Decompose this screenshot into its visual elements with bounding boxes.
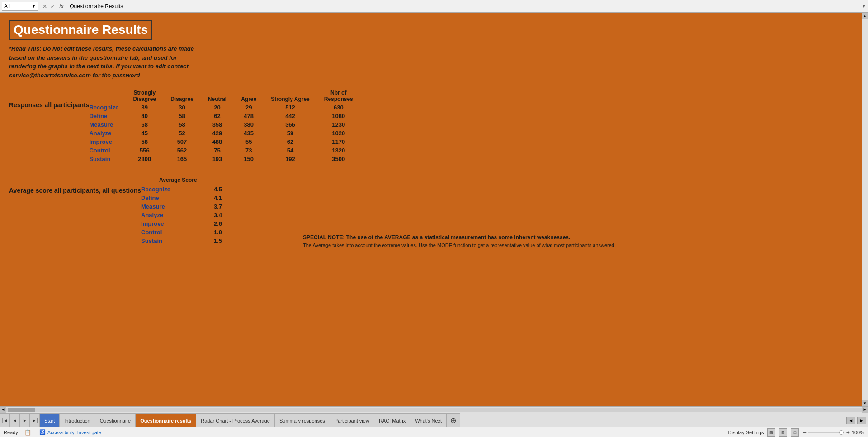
view-pagebreak-btn[interactable]: ⊟ <box>779 428 787 437</box>
hscroll-track[interactable] <box>6 408 862 412</box>
avg-row-label-1: Define <box>141 194 195 202</box>
tab-introduction[interactable]: Introduction <box>60 413 95 427</box>
responses-cell-4-3: 55 <box>234 138 264 146</box>
tab-nav-next[interactable]: ► <box>20 413 30 427</box>
responses-cell-3-2: 429 <box>201 129 234 138</box>
responses-cell-3-4: 59 <box>264 129 317 138</box>
tabs-bar: |◄ ◄ ► ►| StartIntroductionQuestionnaire… <box>0 413 868 427</box>
fx-label: fx <box>59 3 64 10</box>
responses-cell-0-3: 29 <box>234 103 264 112</box>
responses-cell-0-1: 30 <box>163 103 201 112</box>
responses-row-2: Measure68583583803661230 <box>89 120 360 129</box>
responses-cell-2-5: 1230 <box>317 120 360 129</box>
responses-table: StronglyDisagree Disagree Neutral Agree … <box>89 89 360 163</box>
tab-scroll-right[interactable]: ► <box>857 417 866 424</box>
formula-bar-icons: ✕ ✓ <box>42 3 56 10</box>
responses-cell-1-3: 478 <box>234 112 264 120</box>
responses-cell-6-1: 165 <box>163 155 201 163</box>
responses-cell-6-3: 150 <box>234 155 264 163</box>
responses-section-label: Responses all participants <box>9 101 89 109</box>
responses-cell-3-0: 45 <box>126 129 163 138</box>
tab-questionnaire-results[interactable]: Questionnaire results <box>136 413 196 427</box>
responses-row-label-4: Improve <box>89 138 126 146</box>
cell-ref-dropdown-icon[interactable]: ▼ <box>32 4 36 9</box>
orange-area: Questionnaire Results *Read This: Do Not… <box>0 13 862 406</box>
new-sheet-btn[interactable]: ⊕ <box>447 413 460 427</box>
right-scrollbar[interactable]: ▲ ▼ <box>862 13 868 406</box>
tab-nav-first[interactable]: |◄ <box>0 413 10 427</box>
zoom-slider[interactable] <box>808 432 844 433</box>
responses-cell-2-2: 358 <box>201 120 234 129</box>
avg-row-score-0: 4.5 <box>195 185 241 194</box>
special-note-title: SPECIAL NOTE: The use of the AVERAGE as … <box>303 234 616 241</box>
responses-cell-5-3: 73 <box>234 146 264 155</box>
tab-nav-last[interactable]: ►| <box>30 413 40 427</box>
responses-cell-3-5: 1020 <box>317 129 360 138</box>
hscroll-left-btn[interactable]: ◄ <box>0 407 6 413</box>
tab-whats-next[interactable]: What's Next <box>410 413 447 427</box>
responses-cell-3-3: 435 <box>234 129 264 138</box>
responses-cell-1-4: 442 <box>264 112 317 120</box>
responses-cell-3-1: 52 <box>163 129 201 138</box>
cell-mode-icon: 📋 <box>24 429 31 436</box>
responses-cell-0-5: 630 <box>317 103 360 112</box>
tab-questionnaire[interactable]: Questionnaire <box>95 413 136 427</box>
horizontal-scrollbar[interactable]: ◄ ► <box>0 406 868 413</box>
col-header-nbr-responses: Nbr ofResponses <box>317 89 360 103</box>
responses-row-6: Sustain28001651931501923500 <box>89 155 360 163</box>
cancel-icon[interactable]: ✕ <box>42 3 47 10</box>
view-normal-btn[interactable]: ⊞ <box>767 428 775 437</box>
avg-row-3: Analyze3.4 <box>141 211 241 219</box>
responses-cell-2-3: 380 <box>234 120 264 129</box>
responses-row-0: Recognize39302029512630 <box>89 103 360 112</box>
responses-cell-1-1: 58 <box>163 112 201 120</box>
col-header-agree: Agree <box>234 89 264 103</box>
responses-cell-1-0: 40 <box>126 112 163 120</box>
scroll-down-btn[interactable]: ▼ <box>862 400 868 406</box>
responses-cell-5-5: 1320 <box>317 146 360 155</box>
responses-row-label-3: Analyze <box>89 129 126 138</box>
cell-reference-box[interactable]: A1 ▼ <box>2 2 38 11</box>
responses-cell-0-0: 39 <box>126 103 163 112</box>
tab-start[interactable]: Start <box>40 413 60 427</box>
avg-row-score-4: 2.6 <box>195 219 241 228</box>
responses-cell-1-2: 62 <box>201 112 234 120</box>
responses-cell-6-2: 193 <box>201 155 234 163</box>
avg-row-score-2: 3.7 <box>195 202 241 211</box>
ready-status: Ready <box>4 430 18 435</box>
display-settings[interactable]: Display Settings <box>728 430 764 435</box>
avg-col-header: Average Score <box>159 177 241 183</box>
accessibility-text[interactable]: Accessibility: Investigate <box>47 430 101 435</box>
tab-summary-responses[interactable]: Summary responses <box>275 413 330 427</box>
formula-bar-content[interactable]: Questionnaire Results <box>68 2 860 10</box>
tab-raci-matrix[interactable]: RACI Matrix <box>374 413 410 427</box>
view-page-layout-btn[interactable]: □ <box>791 428 799 437</box>
tab-radar-chart---process-average[interactable]: Radar Chart - Process Average <box>196 413 275 427</box>
responses-cell-1-5: 1080 <box>317 112 360 120</box>
special-note: SPECIAL NOTE: The use of the AVERAGE as … <box>303 234 616 248</box>
tab-scroll-left[interactable]: ◄ <box>846 417 855 424</box>
col-header-strongly-disagree: StronglyDisagree <box>126 89 163 103</box>
col-header-disagree: Disagree <box>163 89 201 103</box>
responses-row-1: Define4058624784421080 <box>89 112 360 120</box>
zoom-in-btn[interactable]: + <box>846 429 850 436</box>
main-title: Questionnaire Results <box>9 20 152 40</box>
warning-text: *Read This: Do Not edit these results, t… <box>9 44 199 80</box>
confirm-icon[interactable]: ✓ <box>50 3 56 10</box>
responses-cell-2-0: 68 <box>126 120 163 129</box>
responses-cell-6-5: 3500 <box>317 155 360 163</box>
responses-row-3: Analyze4552429435591020 <box>89 129 360 138</box>
tabs-right: ◄ ► <box>846 413 868 427</box>
responses-cell-4-1: 507 <box>163 138 201 146</box>
tab-nav-prev[interactable]: ◄ <box>10 413 20 427</box>
tab-participant-view[interactable]: Participant view <box>330 413 374 427</box>
zoom-out-btn[interactable]: − <box>802 429 806 436</box>
scroll-up-btn[interactable]: ▲ <box>862 13 868 19</box>
formula-expand-icon[interactable]: ▼ <box>862 4 866 9</box>
avg-row-label-3: Analyze <box>141 211 195 219</box>
hscroll-right-btn[interactable]: ► <box>862 407 868 413</box>
tabs-container: StartIntroductionQuestionnaireQuestionna… <box>40 413 447 427</box>
avg-row-5: Control1.9 <box>141 228 241 237</box>
responses-cell-2-1: 58 <box>163 120 201 129</box>
avg-section-label: Average score all participants, all ques… <box>9 187 141 194</box>
